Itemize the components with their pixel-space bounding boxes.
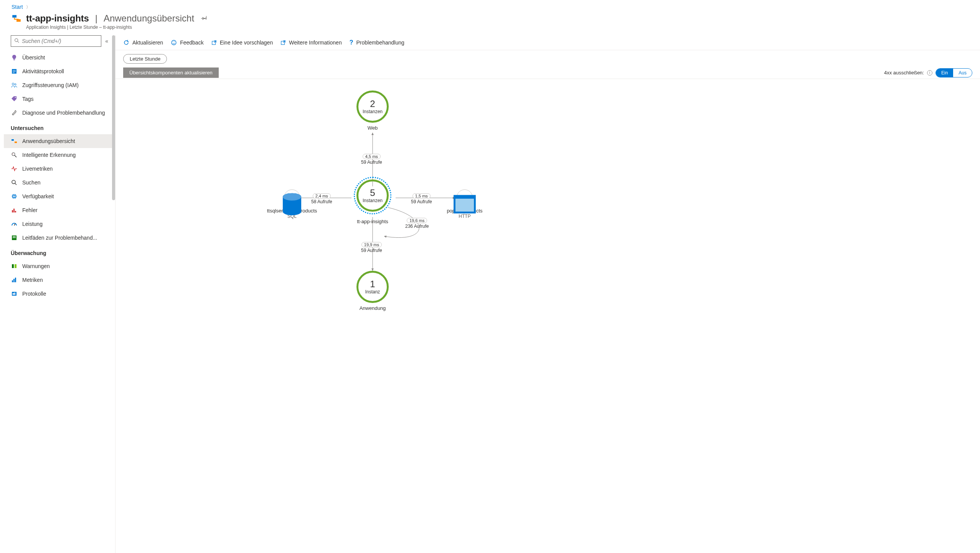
exclude4xx-label: 4xx ausschließen: bbox=[884, 70, 924, 76]
svg-line-3 bbox=[18, 41, 19, 43]
edge-label-http: 1,5 ms 59 Aufrufe bbox=[411, 193, 432, 204]
application-map-canvas[interactable]: 2 Instanzen Web 5 Instanzen tt-app-insig… bbox=[115, 79, 980, 553]
sidebar-item-label: Übersicht bbox=[22, 54, 45, 61]
sidebar-item-alerts[interactable]: Warnungen bbox=[4, 259, 115, 273]
exclude4xx-toggle[interactable]: Ein Aus bbox=[935, 68, 972, 77]
sidebar-item-label: Anwendungsübersicht bbox=[22, 138, 75, 144]
filter-bar: Letzte Stunde bbox=[115, 50, 980, 67]
edge-label-app: 19,9 ms 59 Aufrufe bbox=[361, 242, 382, 253]
feedback-button[interactable]: Feedback bbox=[171, 40, 203, 46]
sidebar-item-label: Livemetriken bbox=[22, 166, 53, 172]
sidebar-item-failures[interactable]: Fehler bbox=[4, 203, 115, 217]
sidebar-item-overview[interactable]: Übersicht bbox=[4, 51, 115, 64]
sidebar-item-label: Aktivitätsprotokoll bbox=[22, 68, 64, 74]
resource-name: tt-app-insights bbox=[26, 13, 89, 24]
sidebar-group-investigate: Untersuchen bbox=[4, 120, 115, 134]
sidebar-item-livemetrics[interactable]: Livemetriken bbox=[4, 162, 115, 176]
svg-line-23 bbox=[14, 224, 15, 225]
svg-point-10 bbox=[15, 84, 16, 85]
sidebar-item-smartdetect[interactable]: ! Intelligente Erkennung bbox=[4, 148, 115, 162]
sidebar-item-tags[interactable]: Tags bbox=[4, 92, 115, 106]
svg-rect-0 bbox=[12, 15, 16, 18]
refresh-button[interactable]: Aktualisieren bbox=[123, 40, 163, 46]
toggle-off[interactable]: Aus bbox=[953, 69, 972, 77]
appinsights-icon bbox=[12, 13, 21, 23]
external-link-icon bbox=[211, 40, 217, 45]
pulse-icon bbox=[11, 165, 18, 172]
svg-rect-31 bbox=[15, 278, 16, 282]
edge-label-self: 19,6 ms 236 Aufrufe bbox=[405, 218, 429, 229]
sql-icon bbox=[284, 189, 300, 206]
page-subtitle: Application Insights | Letzte Stunde – t… bbox=[0, 24, 980, 35]
toggle-on[interactable]: Ein bbox=[936, 69, 953, 77]
info-icon[interactable]: i bbox=[927, 70, 932, 76]
sidebar-group-monitor: Überwachung bbox=[4, 245, 115, 259]
node-web[interactable]: 2 Instanzen Web bbox=[356, 91, 389, 131]
node-http[interactable]: popularproducts HTTP bbox=[445, 189, 484, 219]
map-edges bbox=[115, 79, 980, 553]
svg-point-11 bbox=[15, 97, 16, 98]
svg-rect-25 bbox=[13, 236, 16, 237]
svg-text:!: ! bbox=[13, 153, 13, 155]
failures-icon bbox=[11, 207, 18, 214]
svg-rect-28 bbox=[15, 264, 16, 268]
smile-icon bbox=[171, 40, 177, 46]
sidebar-item-performance[interactable]: Leistung bbox=[4, 217, 115, 231]
sidebar-item-appmap[interactable]: Anwendungsübersicht bbox=[4, 134, 115, 148]
breadcrumb-start[interactable]: Start bbox=[12, 4, 23, 10]
node-center[interactable]: 5 Instanzen tt-app-insights bbox=[356, 179, 389, 224]
timerange-button[interactable]: Letzte Stunde bbox=[123, 54, 167, 64]
sidebar-item-label: Metriken bbox=[22, 277, 43, 283]
sidebar-item-metrics[interactable]: Metriken bbox=[4, 273, 115, 287]
svg-rect-8 bbox=[13, 72, 15, 73]
sidebar-item-label: Tags bbox=[22, 96, 34, 102]
svg-rect-29 bbox=[12, 280, 13, 282]
sidebar-item-label: Suchen bbox=[22, 179, 40, 186]
pin-icon[interactable] bbox=[201, 15, 207, 22]
log-icon bbox=[11, 68, 18, 75]
moreinfo-button[interactable]: Weitere Informationen bbox=[280, 40, 342, 46]
sidebar-item-label: Protokolle bbox=[22, 291, 46, 297]
magnify-icon: ! bbox=[11, 151, 18, 158]
sidebar-item-label: Intelligente Erkennung bbox=[22, 152, 76, 158]
book-icon bbox=[11, 234, 18, 241]
sidebar-item-label: Leistung bbox=[22, 221, 43, 227]
svg-rect-33 bbox=[13, 293, 14, 295]
sidebar-item-iam[interactable]: Zugriffssteuerung (IAM) bbox=[4, 78, 115, 92]
sidebar-search[interactable] bbox=[11, 35, 101, 47]
sidebar-item-logs[interactable]: Protokolle bbox=[4, 287, 115, 301]
sidebar-item-activitylog[interactable]: Aktivitätsprotokoll bbox=[4, 64, 115, 78]
svg-rect-47 bbox=[455, 199, 474, 212]
sidebar-item-availability[interactable]: Verfügbarkeit bbox=[4, 189, 115, 203]
external-link-icon bbox=[280, 40, 286, 45]
svg-rect-21 bbox=[13, 209, 15, 212]
sidebar-item-label: Warnungen bbox=[22, 263, 50, 269]
sidebar-search-input[interactable] bbox=[22, 38, 98, 44]
sidebar-item-label: Verfügbarkeit bbox=[22, 193, 54, 199]
suggest-button[interactable]: Eine Idee vorschlagen bbox=[211, 40, 273, 46]
svg-point-2 bbox=[15, 38, 18, 41]
svg-point-45 bbox=[283, 193, 301, 201]
svg-point-37 bbox=[174, 41, 175, 42]
search-icon bbox=[11, 179, 18, 186]
page-title-row: tt-app-insights | Anwendungsübersicht bbox=[0, 12, 980, 24]
page-name: Anwendungsübersicht bbox=[104, 13, 194, 24]
sidebar-item-search[interactable]: Suchen bbox=[4, 176, 115, 189]
sidebar-item-diagnose[interactable]: Diagnose und Problembehandlung bbox=[4, 106, 115, 120]
svg-rect-20 bbox=[12, 210, 13, 212]
node-app[interactable]: 1 Instanz Anwendung bbox=[356, 271, 389, 311]
svg-rect-7 bbox=[13, 71, 16, 72]
svg-rect-12 bbox=[12, 139, 14, 141]
sidebar-scrollbar[interactable] bbox=[112, 35, 115, 200]
sidebar-item-troubleshoot-guides[interactable]: Leitfäden zur Problembehand... bbox=[4, 231, 115, 245]
logs-icon bbox=[11, 290, 18, 297]
sidebar: « Übersicht Aktivitätsprotokoll Zugriffs… bbox=[0, 35, 115, 553]
main-content: Aktualisieren Feedback Eine Idee vorschl… bbox=[115, 35, 980, 553]
people-icon bbox=[11, 82, 18, 89]
svg-rect-4 bbox=[13, 59, 15, 60]
update-components-button[interactable]: Übersichtskomponenten aktualisieren bbox=[123, 67, 219, 78]
troubleshoot-button[interactable]: ? Problembehandlung bbox=[350, 39, 404, 46]
svg-point-17 bbox=[12, 180, 15, 184]
collapse-sidebar-icon[interactable]: « bbox=[105, 38, 108, 44]
http-icon bbox=[457, 189, 473, 206]
